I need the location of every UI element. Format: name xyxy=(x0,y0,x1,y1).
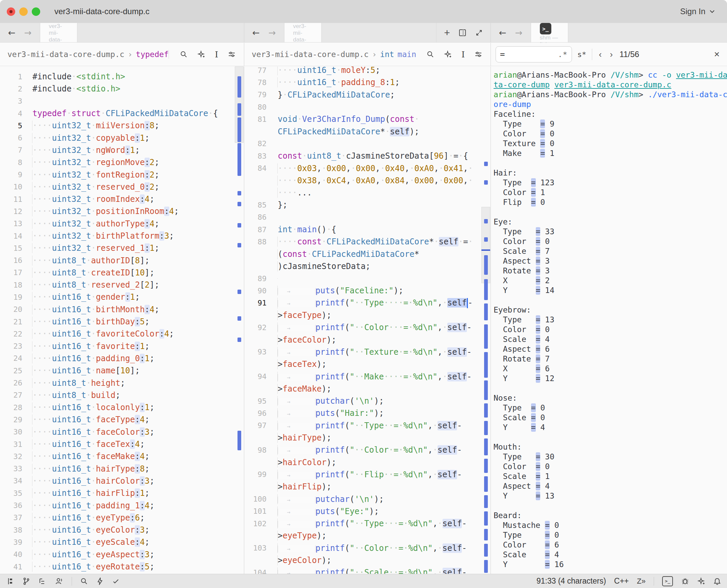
code-line[interactable]: 100→putchar('\n'); xyxy=(244,493,490,505)
code-line[interactable]: 2#include·<stdio.h> xyxy=(0,83,244,95)
code-line[interactable]: 18····uint8_t·reserved_2[2]; xyxy=(0,279,244,291)
code-line[interactable]: 85}; xyxy=(244,199,490,211)
code-line[interactable]: 36····uint16_t·padding_1:4; xyxy=(0,499,244,511)
history-back-button[interactable]: ← xyxy=(253,28,260,38)
code-line[interactable]: 89 xyxy=(244,272,490,285)
code-line[interactable]: ····0x38,·0xC4,·0xA0,·0x84,·0x00,·0x00,· xyxy=(244,174,490,187)
code-line[interactable]: 104→printf("··Scale··=·%d\n",·self- xyxy=(244,566,490,574)
code-line[interactable]: 87int·main()·{ xyxy=(244,224,490,236)
history-forward-button[interactable]: → xyxy=(515,28,523,38)
tab-terminal[interactable]: >_ shm — fish xyxy=(531,23,569,42)
code-line[interactable]: 27····uint8_t·build; xyxy=(0,389,244,401)
previous-match-button[interactable]: ‹ xyxy=(598,49,603,60)
code-line[interactable]: 6····uint32_t·copyable:1; xyxy=(0,132,244,144)
code-line[interactable]: 84····0x03,·0x00,·0x00,·0x40,·0xA0,·0x41… xyxy=(244,162,490,174)
code-line[interactable]: 40····uint16_t·eyeAspect:3; xyxy=(0,548,244,561)
code-line[interactable]: 1#include·<stdint.h> xyxy=(0,70,244,83)
language-selector[interactable]: C++ xyxy=(614,576,629,586)
code-line[interactable]: 99→printf("··Flip··=·%d\n",·self- xyxy=(244,468,490,481)
case-sensitive-toggle[interactable]: s* xyxy=(577,50,586,59)
code-line[interactable]: 16····uint8_t·authorID[8]; xyxy=(0,254,244,266)
search-icon[interactable] xyxy=(80,577,88,585)
code-line[interactable]: 13····uint32_t·authorType:4; xyxy=(0,218,244,230)
code-line[interactable]: 95→putchar('\n'); xyxy=(244,395,490,407)
code-line[interactable]: 30····uint16_t·faceColor:3; xyxy=(0,426,244,438)
bell-icon[interactable] xyxy=(713,577,721,585)
code-line[interactable]: 88····const·CFLiPackedMiiDataCore*·self·… xyxy=(244,236,490,248)
assistant-sparkle-icon[interactable] xyxy=(697,577,705,585)
code-line[interactable]: 94→printf("··Make····=·%d\n",·self- xyxy=(244,370,490,382)
code-line[interactable]: 25····uint16_t·name[10]; xyxy=(0,364,244,377)
code-line[interactable]: 21····uint16_t·birthDay:5; xyxy=(0,316,244,328)
code-line[interactable]: 38····uint16_t·eyeColor:3; xyxy=(0,524,244,536)
code-line[interactable]: 102→printf("··Type···=·%d\n",·self- xyxy=(244,518,490,530)
tab-left-file[interactable]: ver3-mii-data-core-dump.c xyxy=(40,23,78,42)
close-search-button[interactable]: × xyxy=(714,49,722,60)
code-line[interactable]: ····... xyxy=(244,187,490,199)
code-line[interactable]: >faceColor); xyxy=(244,334,490,346)
code-line[interactable]: 37····uint16_t·eyeType:6; xyxy=(0,512,244,524)
sliders-icon[interactable] xyxy=(474,50,482,58)
code-line[interactable]: 101→puts("Eye:"); xyxy=(244,505,490,518)
code-line[interactable]: 10····uint32_t·reserved_0:2; xyxy=(0,181,244,193)
code-line[interactable]: 9····uint32_t·fontRegion:2; xyxy=(0,168,244,181)
history-back-button[interactable]: ← xyxy=(8,28,16,38)
next-match-button[interactable]: › xyxy=(608,49,614,60)
code-line[interactable]: 77····uint16_t·moleY:5; xyxy=(244,66,490,76)
breadcrumb[interactable]: ver3-mii-data-core-dump.c › typedef xyxy=(0,50,168,59)
code-line[interactable]: 20····uint16_t·birthMonth:4; xyxy=(0,303,244,316)
code-line[interactable]: 96→puts("Hair:"); xyxy=(244,407,490,419)
regex-toggle-icon[interactable]: .* xyxy=(558,50,568,59)
new-tab-button[interactable]: + xyxy=(444,27,450,39)
code-line[interactable]: 7····uint32_t·ngWord:1; xyxy=(0,144,244,156)
history-back-button[interactable]: ← xyxy=(499,28,506,38)
code-line[interactable]: 98→printf("··Color·=·%d\n",·self- xyxy=(244,444,490,456)
code-line[interactable]: 78····uint16_t·padding_8:1; xyxy=(244,76,490,88)
code-line[interactable]: >eyeType); xyxy=(244,530,490,542)
code-line[interactable]: (const·CFLiPackedMiiDataCore* xyxy=(244,248,490,260)
history-forward-button[interactable]: → xyxy=(268,28,276,38)
scrollbar[interactable] xyxy=(481,66,490,574)
code-line[interactable]: >faceMake); xyxy=(244,383,490,395)
sign-in-button[interactable]: Sign In xyxy=(680,7,715,16)
code-line[interactable]: )cJasmineStoreData; xyxy=(244,260,490,272)
code-line[interactable]: 28····uint16_t·localonly:1; xyxy=(0,401,244,414)
code-line[interactable]: 8····uint32_t·regionMove:2; xyxy=(0,156,244,168)
code-line[interactable]: 90→puts("Faceline:"); xyxy=(244,285,490,297)
code-line[interactable]: 41····uint16_t·eyeRotate:5; xyxy=(0,561,244,573)
code-line[interactable]: 11····uint32_t·roomIndex:4; xyxy=(0,193,244,205)
code-line[interactable]: 93→printf("··Texture·=·%d\n",·self- xyxy=(244,346,490,358)
terminal-pane[interactable]: arian@Arians-MacBook-Pro /V/shm> cc -o v… xyxy=(490,66,727,574)
cursor-position[interactable]: 91:33 (4 characters) xyxy=(537,576,606,586)
magnifier-icon[interactable] xyxy=(180,50,188,58)
code-line[interactable]: 29····uint16_t·faceType:4; xyxy=(0,414,244,426)
code-line[interactable]: 82 xyxy=(244,138,490,150)
code-line[interactable]: 86 xyxy=(244,211,490,224)
split-pane-button[interactable] xyxy=(459,29,466,37)
minimize-window-button[interactable] xyxy=(19,7,28,16)
code-line[interactable]: >faceType); xyxy=(244,309,490,321)
code-line[interactable]: 83const·uint8_t·cJasmineStoreData[96]·=·… xyxy=(244,150,490,162)
code-line[interactable]: 26····uint8_t·height; xyxy=(0,377,244,389)
code-line[interactable]: 35····uint16_t·hairFlip:1; xyxy=(0,487,244,499)
sliders-icon[interactable] xyxy=(228,50,236,58)
debug-icon[interactable] xyxy=(681,577,689,585)
code-line[interactable]: >faceTex); xyxy=(244,358,490,370)
history-forward-button[interactable]: → xyxy=(24,28,32,38)
sparkles-icon[interactable] xyxy=(444,50,452,58)
code-line[interactable]: 103→printf("··Color··=·%d\n",·self- xyxy=(244,542,490,554)
code-line[interactable]: 92→printf("··Color···=·%d\n",·self- xyxy=(244,321,490,334)
code-line[interactable]: 12····uint32_t·positionInRoom:4; xyxy=(0,205,244,217)
sparkles-icon[interactable] xyxy=(197,50,205,58)
collaboration-icon[interactable] xyxy=(55,577,63,585)
tab-middle-file[interactable]: ver3-mii-data-core-dump.c xyxy=(284,23,322,42)
terminal-panel-icon[interactable]: >_ xyxy=(662,576,673,586)
zoom-window-button[interactable] xyxy=(32,7,40,16)
magnifier-icon[interactable] xyxy=(426,50,435,58)
code-line[interactable]: 79}·CFLiPackedMiiDataCore; xyxy=(244,89,490,101)
code-line[interactable]: >hairFlip); xyxy=(244,481,490,493)
breadcrumb[interactable]: ver3-mii-data-core-dump.c › int main xyxy=(244,50,416,59)
code-line[interactable]: 3 xyxy=(0,95,244,107)
diagnostics-check-icon[interactable] xyxy=(112,577,120,585)
expand-pane-button[interactable] xyxy=(475,29,483,37)
